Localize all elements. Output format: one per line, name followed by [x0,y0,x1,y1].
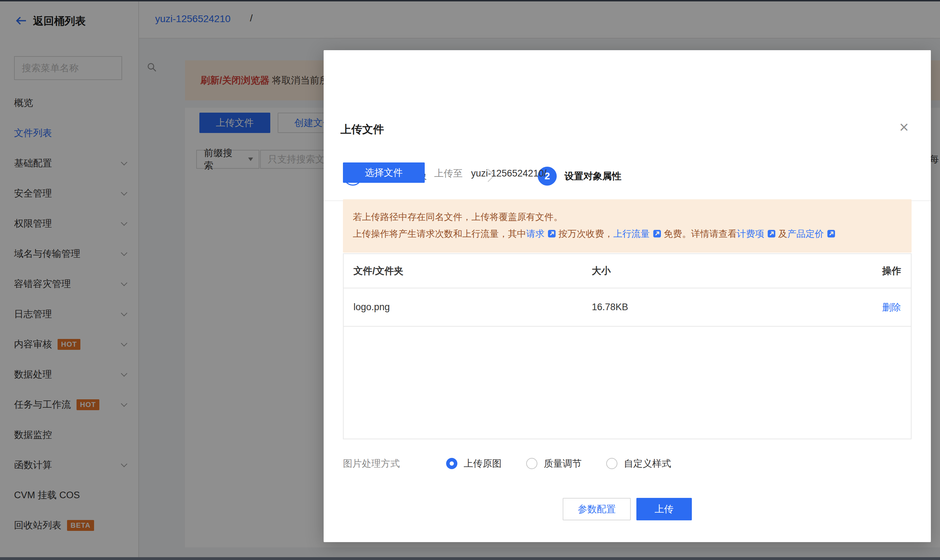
upload-file-modal: 上传文件 × 选择上传对象 2 设置对象属性 选择文件 上传至 yuzi-125… [324,50,931,542]
product-pricing-link[interactable]: 产品定价 [787,228,824,239]
radio-quality-adjust[interactable] [526,458,538,469]
modal-title: 上传文件 [341,122,384,137]
notice-line1: 若上传路径中存在同名文件，上传将覆盖原有文件。 [353,208,902,225]
external-link-icon[interactable] [827,227,836,243]
modal-upload-button[interactable]: 上传 [636,498,692,520]
upload-file-table: 文件/文件夹 大小 操作 logo.png 16.78KB 删除 [343,253,912,439]
request-pricing-link[interactable]: 请求 [526,228,544,239]
radio-quality-adjust-label: 质量调节 [544,457,582,470]
notice-line2: 上传操作将产生请求次数和上行流量，其中请求按万次收费，上行流量免费。详情请查看计… [353,225,902,243]
upload-to-label: 上传至 [434,167,462,180]
close-icon[interactable]: × [899,119,909,135]
delete-link[interactable]: 删除 [882,302,901,312]
external-link-icon[interactable] [767,227,776,243]
billing-items-link[interactable]: 计费项 [737,228,764,239]
image-process-label: 图片处理方式 [343,457,400,470]
table-header: 文件/文件夹 大小 操作 [344,254,911,288]
step2-label: 设置对象属性 [564,170,621,183]
file-name: logo.png [344,302,592,312]
col-header-action: 操作 [855,265,911,277]
radio-original-image[interactable] [446,458,458,469]
upstream-traffic-link[interactable]: 上行流量 [613,228,650,239]
bottom-edge-strip [0,557,940,560]
modal-footer: 参数配置 上传 [324,498,931,520]
select-file-button[interactable]: 选择文件 [343,163,425,183]
radio-custom-style[interactable] [606,458,618,469]
file-size: 16.78KB [592,302,855,312]
top-edge-strip [0,0,940,2]
external-link-icon[interactable] [547,227,556,243]
col-header-size: 大小 [592,265,855,277]
table-row: logo.png 16.78KB 删除 [344,288,911,327]
upload-destination: 上传至 yuzi-1256524210/ [434,167,547,180]
image-process-row: 图片处理方式 上传原图 质量调节 自定义样式 [343,457,671,470]
upload-to-value: yuzi-1256524210/ [471,168,547,179]
radio-original-image-label: 上传原图 [464,457,502,470]
external-link-icon[interactable] [652,227,662,243]
upload-notice: 若上传路径中存在同名文件，上传将覆盖原有文件。 上传操作将产生请求次数和上行流量… [343,199,912,252]
params-config-button[interactable]: 参数配置 [562,498,631,520]
col-header-name: 文件/文件夹 [344,265,592,277]
radio-custom-style-label: 自定义样式 [624,457,671,470]
cos-console-screen: yuzi-1256524210 / 返回桶列表 概览 文件列表 基础配置 安全管… [0,0,940,560]
